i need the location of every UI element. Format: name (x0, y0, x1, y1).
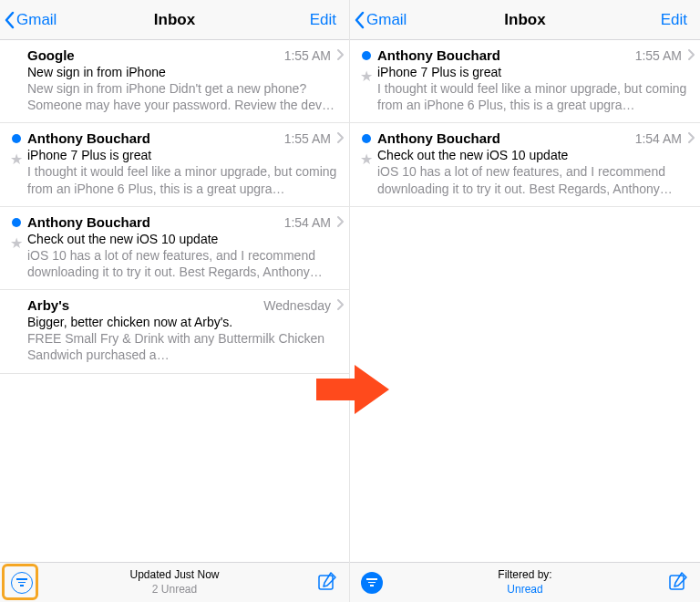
navbar: Gmail Inbox Edit (0, 0, 349, 40)
svg-marker-2 (316, 365, 389, 414)
message-sender: Google (27, 47, 75, 63)
message-time: 1:55 AM (635, 48, 682, 63)
compose-icon (667, 570, 689, 592)
message-content: Arby'sWednesdayBigger, better chicken no… (27, 297, 344, 363)
star-icon: ★ (360, 69, 373, 84)
filter-icon (16, 578, 27, 586)
message-row[interactable]: ★Anthony Bouchard1:54 AMCheck out the ne… (0, 207, 349, 290)
message-subject: iPhone 7 Plus is great (27, 148, 344, 162)
phone-left: Gmail Inbox Edit ★Google1:55 AMNew sign … (0, 0, 350, 602)
toolbar: Filtered by: Unread (350, 562, 700, 602)
compose-button[interactable] (316, 570, 338, 596)
message-content: Google1:55 AMNew sign in from iPhoneNew … (27, 47, 344, 113)
message-rail: ★ (5, 297, 27, 363)
chevron-right-icon (687, 47, 695, 64)
toolbar: Updated Just Now 2 Unread (0, 562, 349, 602)
chevron-right-icon (336, 214, 344, 231)
message-sender: Arby's (27, 297, 69, 313)
message-row[interactable]: ★Google1:55 AMNew sign in from iPhoneNew… (0, 40, 349, 123)
message-rail: ★ (5, 214, 27, 280)
edit-button[interactable]: Edit (310, 11, 344, 29)
chevron-right-icon (336, 47, 344, 64)
message-content: Anthony Bouchard1:55 AMiPhone 7 Plus is … (377, 47, 695, 113)
back-button[interactable]: Gmail (4, 11, 57, 29)
message-subject: New sign in from iPhone (27, 65, 344, 79)
toolbar-status: Updated Just Now 2 Unread (129, 568, 219, 597)
message-preview: iOS 10 has a lot of new features, and I … (377, 163, 695, 196)
chevron-left-icon (4, 11, 15, 29)
message-rail: ★ (355, 130, 377, 196)
message-sender: Anthony Bouchard (27, 130, 150, 146)
unread-dot-icon (362, 51, 371, 60)
star-icon: ★ (10, 152, 23, 167)
chevron-left-icon (354, 11, 365, 29)
message-row[interactable]: ★Arby'sWednesdayBigger, better chicken n… (0, 290, 349, 373)
chevron-right-icon (687, 130, 695, 147)
message-subject: Bigger, better chicken now at Arby's. (27, 315, 344, 329)
message-content: Anthony Bouchard1:54 AMCheck out the new… (377, 130, 695, 196)
message-time: 1:55 AM (284, 131, 331, 146)
filter-button[interactable] (11, 572, 33, 594)
message-preview: FREE Small Fry & Drink with any Buttermi… (27, 330, 344, 363)
page-title: Inbox (504, 11, 545, 29)
back-button[interactable]: Gmail (354, 11, 407, 29)
message-sender: Anthony Bouchard (377, 47, 500, 63)
message-preview: iOS 10 has a lot of new features, and I … (27, 247, 344, 280)
message-time: 1:54 AM (284, 215, 331, 230)
message-content: Anthony Bouchard1:54 AMCheck out the new… (27, 214, 344, 280)
filter-button-active[interactable] (361, 572, 383, 594)
back-label: Gmail (16, 11, 57, 29)
message-row[interactable]: ★Anthony Bouchard1:54 AMCheck out the ne… (350, 123, 700, 206)
page-title: Inbox (154, 11, 195, 29)
unread-dot-icon (362, 134, 371, 143)
annotation-arrow-icon (316, 365, 389, 418)
message-rail: ★ (5, 47, 27, 113)
edit-button[interactable]: Edit (661, 11, 695, 29)
toolbar-status-bottom: 2 Unread (129, 583, 219, 597)
message-rail: ★ (5, 130, 27, 196)
filter-icon (366, 578, 377, 586)
star-icon: ★ (10, 236, 23, 251)
toolbar-status: Filtered by: Unread (498, 568, 551, 597)
message-list: ★Anthony Bouchard1:55 AMiPhone 7 Plus is… (350, 40, 700, 562)
compose-icon (316, 570, 338, 592)
message-time: 1:54 AM (635, 131, 682, 146)
message-list: ★Google1:55 AMNew sign in from iPhoneNew… (0, 40, 349, 562)
toolbar-filter-link[interactable]: Unread (498, 583, 551, 597)
message-row[interactable]: ★Anthony Bouchard1:55 AMiPhone 7 Plus is… (0, 123, 349, 206)
unread-dot-icon (12, 218, 21, 227)
chevron-right-icon (336, 130, 344, 147)
toolbar-status-top: Updated Just Now (129, 568, 219, 583)
message-preview: I thought it would feel like a minor upg… (377, 80, 695, 113)
message-preview: New sign in from iPhone Didn't get a new… (27, 80, 344, 113)
message-subject: Check out the new iOS 10 update (377, 148, 695, 162)
message-preview: I thought it would feel like a minor upg… (27, 163, 344, 196)
message-subject: iPhone 7 Plus is great (377, 65, 695, 79)
navbar: Gmail Inbox Edit (350, 0, 700, 40)
phone-right: Gmail Inbox Edit ★Anthony Bouchard1:55 A… (350, 0, 700, 602)
chevron-right-icon (336, 297, 344, 314)
toolbar-status-top: Filtered by: (498, 568, 551, 583)
compose-button[interactable] (667, 570, 689, 596)
message-rail: ★ (355, 47, 377, 113)
message-time: 1:55 AM (284, 48, 331, 63)
message-time: Wednesday (263, 298, 331, 313)
message-sender: Anthony Bouchard (377, 130, 500, 146)
back-label: Gmail (366, 11, 407, 29)
message-subject: Check out the new iOS 10 update (27, 232, 344, 246)
star-icon: ★ (360, 152, 373, 167)
unread-dot-icon (12, 134, 21, 143)
message-row[interactable]: ★Anthony Bouchard1:55 AMiPhone 7 Plus is… (350, 40, 700, 123)
message-content: Anthony Bouchard1:55 AMiPhone 7 Plus is … (27, 130, 344, 196)
message-sender: Anthony Bouchard (27, 214, 150, 230)
